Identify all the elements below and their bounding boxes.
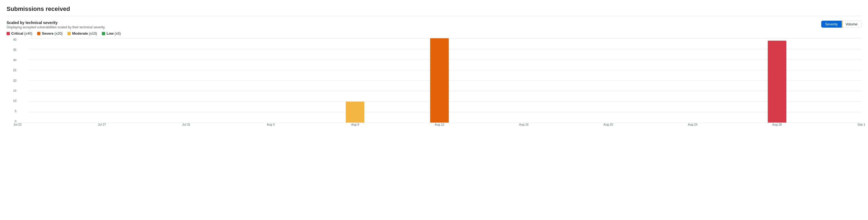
chart-title-block: Scaled by technical severity Displaying … [6,21,105,29]
legend-color-critical [6,32,10,35]
volume-toggle-button[interactable]: Volume [842,21,861,28]
y-axis-label: 25 [13,69,17,72]
y-axis-label: 35 [13,48,17,51]
legend-color-moderate [67,32,71,35]
legend-color-severe [37,32,40,35]
view-toggle-group: Severity Volume [821,21,862,28]
x-axis-label: Aug 9 [351,123,359,126]
chart-title: Scaled by technical severity [6,21,105,25]
chart-subtitle: Displaying accepted vulnerabilities scal… [6,25,105,29]
y-axis-label: 10 [13,99,17,102]
x-axis-label: Aug 12 [435,123,444,126]
legend-item-low: Low (x5) [102,31,121,35]
chart-header: Scaled by technical severity Displaying … [6,21,862,29]
x-axis-label: Aug 4 [267,123,275,126]
x-axis-label: Jul 31 [182,123,190,126]
y-axis-label: 30 [13,59,17,62]
chart-bar [768,41,786,123]
severity-toggle-button[interactable]: Severity [821,21,842,28]
page-title: Submissions received [6,5,862,12]
y-axis-label: 40 [13,38,17,41]
x-axis-label: Sep 1 [858,123,866,126]
x-axis-label: Jul 27 [98,123,106,126]
page: Submissions received Scaled by technical… [0,0,868,134]
x-axis-label: Aug 24 [688,123,698,126]
legend-label-low: Low (x5) [106,31,121,35]
y-axis-label: 5 [15,110,17,113]
chart-area: 4035302520151050 Jul 23Jul 27Jul 31Aug 4… [6,38,862,131]
chart-inner [18,38,862,123]
y-axis: 4035302520151050 [6,38,17,123]
chart-bar [430,38,449,123]
legend-item-severe: Severe (x20) [37,31,63,35]
legend-label-critical: Critical (x40) [11,31,32,35]
y-axis-label: 0 [15,120,17,123]
legend-label-moderate: Moderate (x10) [72,31,97,35]
chart-bar [346,101,364,123]
legend-label-severe: Severe (x20) [42,31,63,35]
x-axis-label: Aug 16 [519,123,529,126]
x-axis-label: Aug 28 [772,123,782,126]
section-divider [6,16,862,16]
legend-item-critical: Critical (x40) [6,31,32,35]
x-axis-label: Aug 20 [603,123,613,126]
legend-color-low [102,32,105,35]
y-axis-label: 15 [13,89,17,92]
chart-legend: Critical (x40)Severe (x20)Moderate (x10)… [6,31,862,35]
y-axis-label: 20 [13,79,17,82]
x-axis: Jul 23Jul 27Jul 31Aug 4Aug 9Aug 12Aug 16… [18,123,862,131]
legend-item-moderate: Moderate (x10) [67,31,97,35]
x-axis-label: Jul 23 [13,123,21,126]
